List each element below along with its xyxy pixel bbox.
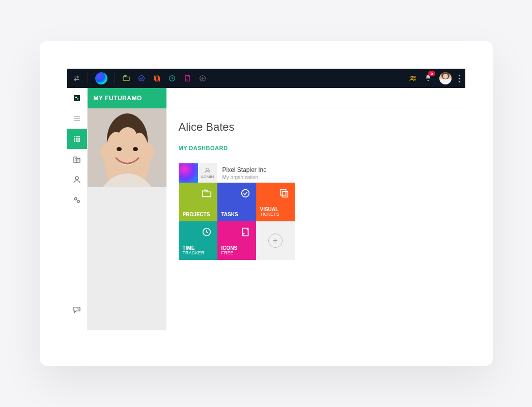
team-icon[interactable] [409, 74, 417, 82]
workspace-orb-icon[interactable] [95, 72, 107, 84]
tile-tasks-label: TASKS [221, 212, 252, 217]
svg-rect-13 [74, 138, 75, 140]
profile-photo [88, 108, 166, 187]
rail-feedback-icon[interactable] [67, 300, 88, 320]
tasks-icon[interactable] [137, 74, 146, 82]
svg-rect-10 [74, 136, 75, 137]
divider [115, 73, 115, 83]
tile-icons-sub: FREE [221, 251, 252, 256]
time-tracker-icon[interactable] [168, 74, 176, 82]
svg-point-26 [133, 147, 138, 151]
rail-menu-icon[interactable] [67, 108, 88, 129]
logo-icon[interactable] [67, 88, 88, 108]
plus-icon: + [268, 234, 283, 248]
rail-user-icon[interactable] [67, 169, 88, 190]
svg-rect-2 [155, 77, 159, 81]
svg-rect-12 [78, 136, 80, 137]
visual-tickets-icon[interactable] [153, 74, 161, 82]
main-panel: Alice Bates MY DASHBOARD ADMIN [166, 88, 465, 330]
org-admin-label: ADMIN [201, 175, 214, 179]
topbar-left [72, 72, 207, 84]
svg-rect-17 [76, 140, 78, 142]
tile-time-sub: TRACKER [183, 251, 213, 256]
tile-visual-tickets[interactable]: VISUAL TICKETS [256, 183, 295, 221]
svg-rect-14 [76, 138, 78, 140]
svg-point-21 [75, 177, 78, 180]
svg-point-27 [206, 168, 208, 170]
tile-tasks[interactable]: TASKS [217, 183, 256, 221]
app-card: 5 [40, 41, 493, 366]
tiles-grid: PROJECTS TASKS VISUAL TICKETS [179, 183, 295, 260]
user-avatar[interactable] [439, 72, 452, 84]
icons-app-icon[interactable] [183, 74, 191, 82]
svg-rect-15 [78, 138, 80, 140]
topbar: 5 [67, 69, 465, 88]
app-body: MY FUTURAMO [67, 88, 465, 330]
org-info: Pixel Stapler Inc My organization [222, 166, 267, 180]
dashboard-section-label: MY DASHBOARD [179, 145, 453, 151]
dashboard-tiles: ADMIN Pixel Stapler Inc My organization … [166, 151, 465, 272]
svg-point-0 [138, 76, 144, 81]
secondary-panel-title: MY FUTURAMO [88, 88, 166, 108]
secondary-panel: MY FUTURAMO [88, 88, 166, 330]
svg-point-28 [241, 190, 249, 197]
org-admin-tile: ADMIN [198, 163, 217, 183]
rail-settings-icon[interactable] [67, 190, 88, 210]
swap-icon[interactable] [72, 74, 80, 82]
svg-rect-18 [78, 140, 80, 142]
svg-point-25 [117, 147, 122, 151]
svg-rect-16 [74, 140, 75, 142]
divider [88, 73, 88, 83]
svg-rect-29 [280, 190, 286, 195]
projects-icon[interactable] [122, 74, 130, 82]
svg-rect-9 [77, 98, 78, 100]
svg-rect-1 [154, 76, 158, 80]
more-menu-icon[interactable] [459, 75, 460, 82]
tile-add[interactable]: + [256, 221, 295, 260]
org-row[interactable]: ADMIN Pixel Stapler Inc My organization [179, 163, 453, 183]
org-name: Pixel Stapler Inc [222, 166, 267, 173]
add-icon[interactable] [199, 74, 207, 82]
rail-dashboard-icon[interactable] [67, 129, 88, 149]
notifications-button[interactable]: 5 [424, 74, 432, 83]
org-logo-icon [179, 163, 198, 183]
svg-point-6 [413, 76, 415, 78]
svg-point-5 [411, 76, 413, 78]
nav-rail [67, 88, 88, 330]
tile-time-tracker[interactable]: TIME TRACKER [179, 221, 217, 260]
tile-icons[interactable]: ICONS FREE [217, 221, 256, 260]
notifications-badge: 5 [428, 71, 435, 76]
app-window: 5 [67, 69, 465, 330]
page-title: Alice Bates [179, 121, 453, 134]
org-subtitle: My organization [222, 175, 267, 180]
tile-projects[interactable]: PROJECTS [179, 183, 217, 221]
svg-rect-11 [76, 136, 78, 137]
rail-organization-icon[interactable] [67, 149, 88, 169]
svg-point-23 [77, 200, 80, 203]
svg-point-22 [75, 198, 77, 200]
topbar-right: 5 [409, 72, 460, 84]
svg-rect-30 [282, 191, 288, 197]
tile-visual-sub: TICKETS [260, 212, 291, 217]
svg-rect-8 [75, 97, 77, 98]
tile-projects-label: PROJECTS [183, 212, 213, 217]
